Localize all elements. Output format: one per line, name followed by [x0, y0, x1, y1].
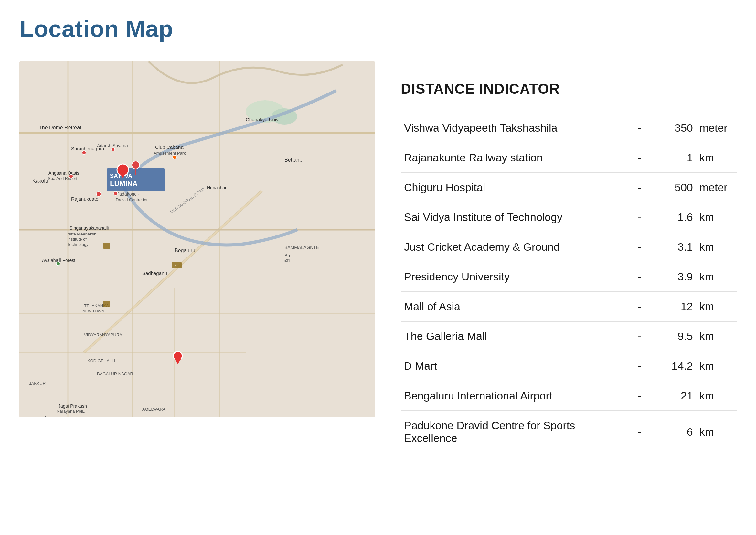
distance-unit: meter — [696, 113, 737, 143]
distance-unit: km — [696, 143, 737, 173]
svg-text:AGELWARA: AGELWARA — [142, 407, 166, 412]
svg-text:Jagai Prakash: Jagai Prakash — [58, 403, 87, 408]
distance-row: Chiguru Hospital - 500 meter — [401, 173, 737, 203]
svg-rect-59 — [172, 262, 182, 268]
distance-name: Chiguru Hospital — [401, 173, 628, 203]
svg-text:Hunachar: Hunachar — [207, 185, 227, 190]
distance-unit: km — [696, 232, 737, 262]
distance-unit: km — [696, 351, 737, 381]
distance-name: Padukone Dravid Centre for Sports Excell… — [401, 411, 628, 453]
svg-point-39 — [56, 262, 60, 266]
svg-point-29 — [96, 192, 101, 196]
svg-text:Chanakya Univ: Chanakya Univ — [246, 117, 279, 122]
distance-name: D Mart — [401, 351, 628, 381]
svg-point-21 — [173, 155, 176, 159]
distance-dash: - — [628, 113, 651, 143]
distance-dash: - — [628, 173, 651, 203]
svg-text:Bettah...: Bettah... — [284, 157, 304, 163]
svg-text:Sadhaganu: Sadhaganu — [142, 270, 167, 276]
svg-text:Angsana Oasis: Angsana Oasis — [48, 170, 79, 176]
distance-value: 9.5 — [651, 322, 696, 351]
svg-point-27 — [69, 174, 73, 178]
distance-dash: - — [628, 143, 651, 173]
distance-name: Rajanakunte Railway station — [401, 143, 628, 173]
distance-dash: - — [628, 322, 651, 351]
distance-name: Just Cricket Academy & Ground — [401, 232, 628, 262]
svg-text:531: 531 — [284, 259, 290, 263]
svg-point-18 — [112, 148, 115, 151]
distance-unit: km — [696, 411, 737, 453]
distance-value: 1.6 — [651, 203, 696, 232]
distance-dash: - — [628, 292, 651, 322]
distance-unit: km — [696, 322, 737, 351]
svg-rect-61 — [103, 242, 110, 249]
page-title: Location Map — [19, 15, 737, 42]
distance-value: 500 — [651, 173, 696, 203]
distance-name: Sai Vidya Institute of Technology — [401, 203, 628, 232]
distance-value: 350 — [651, 113, 696, 143]
distance-dash: - — [628, 203, 651, 232]
svg-point-16 — [82, 151, 86, 155]
content-area: SATTVA LUMINA The Dome Retreat Surachena… — [19, 62, 737, 453]
svg-text:Padakone -: Padakone - — [116, 191, 140, 197]
svg-text:Bu: Bu — [284, 253, 290, 258]
distance-dash: - — [628, 262, 651, 292]
distance-row: Presidency University - 3.9 km — [401, 262, 737, 292]
distance-row: Bengaluru International Airport - 21 km — [401, 381, 737, 411]
distance-row: Mall of Asia - 12 km — [401, 292, 737, 322]
svg-text:Dravid Centre for...: Dravid Centre for... — [116, 197, 151, 202]
distance-value: 12 — [651, 292, 696, 322]
svg-text:Rajanukuate: Rajanukuate — [71, 196, 98, 202]
distance-dash: - — [628, 411, 651, 453]
distance-dash: - — [628, 232, 651, 262]
distance-dash: - — [628, 381, 651, 411]
svg-text:Kakolu: Kakolu — [32, 178, 48, 184]
distance-row: The Galleria Mall - 9.5 km — [401, 322, 737, 351]
distance-name: Mall of Asia — [401, 292, 628, 322]
distance-value: 3.1 — [651, 232, 696, 262]
map-image: SATTVA LUMINA The Dome Retreat Surachena… — [19, 62, 375, 417]
svg-text:Institute of: Institute of — [67, 237, 87, 241]
distance-indicator-title: DISTANCE INDICATOR — [401, 81, 737, 97]
svg-point-32 — [114, 191, 118, 195]
distance-value: 6 — [651, 411, 696, 453]
distance-dash: - — [628, 351, 651, 381]
distance-value: 21 — [651, 381, 696, 411]
svg-text:Club Cabana: Club Cabana — [155, 144, 184, 150]
svg-text:JAKKUR: JAKKUR — [29, 381, 45, 386]
svg-text:7: 7 — [174, 263, 176, 268]
distance-unit: km — [696, 262, 737, 292]
distance-row: Rajanakunte Railway station - 1 km — [401, 143, 737, 173]
svg-text:Nitte Meenakshi: Nitte Meenakshi — [67, 232, 97, 237]
svg-point-65 — [173, 351, 182, 360]
distance-unit: km — [696, 292, 737, 322]
distance-row: Vishwa Vidyapeeth Takshashila - 350 mete… — [401, 113, 737, 143]
distance-panel: DISTANCE INDICATOR Vishwa Vidyapeeth Tak… — [401, 62, 737, 453]
svg-text:Narayana Poll...: Narayana Poll... — [57, 409, 87, 414]
distance-unit: meter — [696, 173, 737, 203]
distance-table: Vishwa Vidyapeeth Takshashila - 350 mete… — [401, 113, 737, 453]
svg-text:BAGALUR NAGAR: BAGALUR NAGAR — [97, 371, 133, 376]
svg-text:Singanayakanahalli: Singanayakanahalli — [69, 225, 109, 231]
distance-unit: km — [696, 381, 737, 411]
distance-name: Bengaluru International Airport — [401, 381, 628, 411]
svg-text:Begaluru: Begaluru — [175, 248, 195, 253]
svg-text:NEW TOWN: NEW TOWN — [82, 309, 104, 313]
svg-text:BAMMALAGNTE: BAMMALAGNTE — [284, 245, 319, 250]
svg-text:Amusement Park: Amusement Park — [153, 151, 186, 155]
svg-text:KODIGEHALLI: KODIGEHALLI — [87, 358, 115, 363]
distance-name: The Galleria Mall — [401, 322, 628, 351]
map-container: SATTVA LUMINA The Dome Retreat Surachena… — [19, 62, 375, 417]
distance-row: Sai Vidya Institute of Technology - 1.6 … — [401, 203, 737, 232]
svg-text:The Dome Retreat: The Dome Retreat — [39, 125, 81, 130]
svg-text:VIDYARANYAPURA: VIDYARANYAPURA — [84, 332, 122, 337]
distance-name: Presidency University — [401, 262, 628, 292]
distance-name: Vishwa Vidyapeeth Takshashila — [401, 113, 628, 143]
svg-text:Technology: Technology — [67, 242, 89, 247]
distance-row: Just Cricket Academy & Ground - 3.1 km — [401, 232, 737, 262]
svg-text:LUMINA: LUMINA — [110, 180, 138, 187]
svg-point-12 — [132, 161, 140, 169]
distance-value: 1 — [651, 143, 696, 173]
distance-unit: km — [696, 203, 737, 232]
distance-row: D Mart - 14.2 km — [401, 351, 737, 381]
